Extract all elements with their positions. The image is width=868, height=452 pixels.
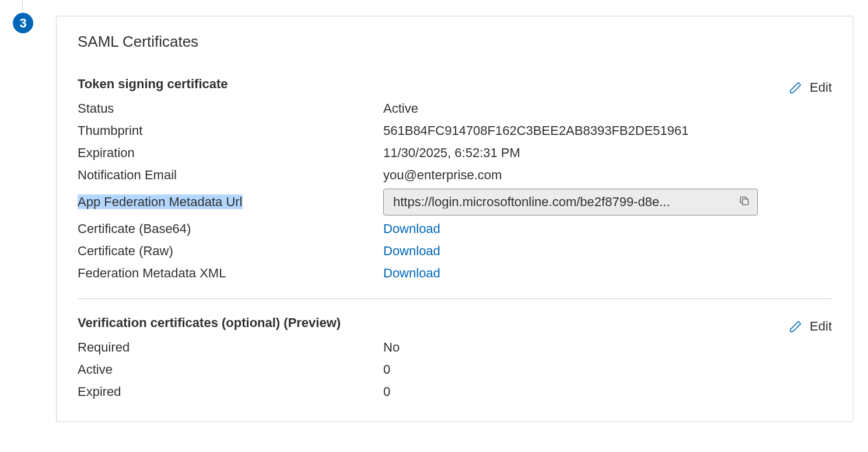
edit-token-signing-button[interactable]: Edit	[789, 80, 832, 95]
expired-row: Expired 0	[78, 381, 832, 403]
copy-url-button[interactable]	[736, 194, 752, 210]
cert-raw-row: Certificate (Raw) Download	[78, 240, 832, 262]
expiration-label: Expiration	[78, 147, 383, 159]
expiration-row: Expiration 11/30/2025, 6:52:31 PM	[78, 142, 832, 164]
download-fed-xml-link[interactable]: Download	[383, 267, 440, 280]
thumbprint-value: 561B84FC914708F162C3BEE2AB8393FB2DE51961	[383, 124, 689, 137]
active-row: Active 0	[78, 359, 832, 381]
card-title: SAML Certificates	[78, 33, 832, 51]
step-connector-line	[22, 0, 23, 13]
svg-rect-0	[743, 199, 748, 205]
section-divider	[78, 298, 832, 299]
token-signing-title: Token signing certificate	[78, 77, 228, 92]
download-cert-base64-link[interactable]: Download	[383, 222, 440, 235]
step-number-text: 3	[19, 16, 26, 31]
cert-base64-row: Certificate (Base64) Download	[78, 218, 832, 240]
expired-value: 0	[383, 385, 390, 398]
download-cert-raw-link[interactable]: Download	[383, 245, 440, 258]
notification-email-value: you@enterprise.com	[383, 169, 502, 182]
cert-base64-label: Certificate (Base64)	[78, 222, 383, 235]
fed-xml-row: Federation Metadata XML Download	[78, 262, 832, 284]
cert-raw-label: Certificate (Raw)	[78, 245, 383, 258]
active-value: 0	[383, 363, 390, 376]
saml-certificates-card: SAML Certificates Token signing certific…	[56, 16, 853, 422]
copy-icon	[738, 195, 750, 209]
required-value: No	[383, 341, 400, 354]
expired-label: Expired	[78, 385, 383, 398]
fed-xml-label: Federation Metadata XML	[78, 267, 383, 280]
status-value: Active	[383, 102, 418, 115]
active-label: Active	[78, 363, 383, 376]
required-row: Required No	[78, 336, 832, 359]
edit-label: Edit	[810, 80, 832, 95]
required-label: Required	[78, 341, 383, 354]
thumbprint-row: Thumbprint 561B84FC914708F162C3BEE2AB839…	[78, 120, 832, 142]
thumbprint-label: Thumbprint	[78, 124, 383, 137]
metadata-url-row: App Federation Metadata Url https://logi…	[78, 186, 832, 218]
expiration-value: 11/30/2025, 6:52:31 PM	[383, 147, 520, 159]
metadata-url-box: https://login.microsoftonline.com/be2f87…	[383, 189, 758, 215]
edit-verification-button[interactable]: Edit	[789, 319, 832, 334]
metadata-url-label-text: App Federation Metadata Url	[78, 194, 243, 209]
pencil-icon	[789, 319, 803, 333]
metadata-url-label: App Federation Metadata Url	[78, 196, 383, 208]
notification-email-row: Notification Email you@enterprise.com	[78, 164, 832, 186]
notification-email-label: Notification Email	[78, 169, 383, 182]
status-row: Status Active	[78, 98, 832, 120]
pencil-icon	[789, 81, 803, 95]
metadata-url-value: https://login.microsoftonline.com/be2f87…	[393, 196, 736, 208]
step-number-badge: 3	[13, 13, 33, 33]
verification-title: Verification certificates (optional) (Pr…	[78, 315, 341, 331]
edit-label: Edit	[810, 319, 832, 334]
status-label: Status	[78, 102, 383, 115]
